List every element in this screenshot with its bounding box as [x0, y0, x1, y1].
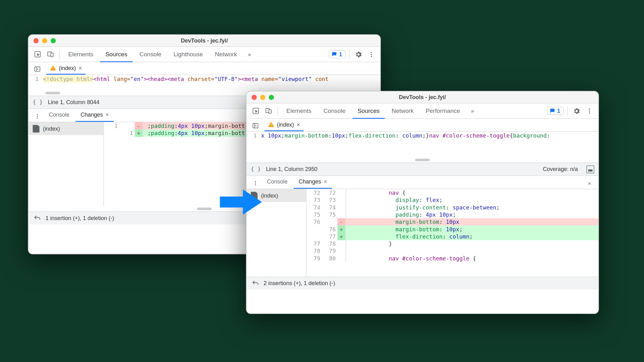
- revert-icon[interactable]: [33, 214, 41, 222]
- file-tabstrip: (index) ×: [247, 119, 599, 132]
- device-toggle-icon[interactable]: [263, 105, 274, 117]
- svg-point-15: [589, 108, 590, 109]
- source-editor[interactable]: 1 x 10px;margin-bottom:10px;flex-directi…: [247, 132, 599, 157]
- changes-panel: (index) 7272nav {7373 display: flex;7474…: [247, 189, 599, 277]
- tab-performance[interactable]: Performance: [421, 103, 465, 118]
- tab-elements[interactable]: Elements: [281, 103, 317, 118]
- h-scrollbar[interactable]: [247, 158, 599, 163]
- line-number: 1: [28, 75, 41, 83]
- more-tabs-icon[interactable]: »: [467, 105, 478, 117]
- diff-summary-bar: 2 insertions (+), 1 deletion (-): [247, 277, 599, 289]
- svg-rect-14: [268, 110, 271, 113]
- diff-row: 7879: [307, 248, 599, 255]
- inspect-icon[interactable]: [250, 105, 261, 117]
- drawer-tabstrip: Console Changes × ×: [247, 175, 599, 189]
- revert-icon[interactable]: [252, 279, 259, 287]
- navigator-toggle-icon[interactable]: [250, 120, 261, 131]
- diff-row: 77+ flex-direction: column;: [307, 233, 599, 240]
- close-icon[interactable]: ×: [105, 111, 109, 118]
- cursor-position: Line 1, Column 8044: [48, 99, 100, 106]
- tab-console[interactable]: Console: [134, 47, 166, 62]
- drawer-tab-changes[interactable]: Changes ×: [294, 175, 332, 189]
- close-drawer-icon[interactable]: ×: [584, 178, 595, 189]
- arrow-icon: [220, 187, 262, 217]
- file-name: (index): [43, 125, 60, 132]
- svg-point-3: [371, 52, 372, 53]
- issues-chip[interactable]: 1: [329, 50, 346, 58]
- line-number: 1: [247, 132, 259, 140]
- file-tabstrip: (index) ×: [28, 62, 381, 75]
- gear-icon[interactable]: [353, 49, 364, 60]
- titlebar: DevTools - jec.fyi/: [28, 35, 381, 47]
- tab-sources[interactable]: Sources: [352, 103, 385, 118]
- issues-count: 1: [557, 108, 560, 114]
- tab-elements[interactable]: Elements: [63, 47, 99, 62]
- diff-row: 7373 display: flex;: [307, 196, 599, 204]
- diff-row: 7474 justify-content: space-between;: [307, 204, 599, 211]
- tab-console[interactable]: Console: [318, 103, 350, 118]
- main-tabstrip: Elements Sources Console Lighthouse Netw…: [28, 47, 381, 62]
- close-icon[interactable]: ×: [324, 178, 327, 185]
- list-item[interactable]: (index): [28, 122, 104, 135]
- issues-count: 1: [339, 51, 342, 58]
- status-bar: { } Line 1, Column 2950 Coverage: n/a: [247, 163, 599, 175]
- svg-point-10: [37, 116, 38, 117]
- window-title: DevTools - jec.fyi/: [28, 37, 381, 44]
- svg-rect-7: [53, 67, 54, 68]
- devtools-window-after: DevTools - jec.fyi/ Elements Console Sou…: [246, 91, 599, 314]
- svg-rect-20: [271, 126, 272, 126]
- source-editor[interactable]: 1 <!doctype html><html lang="en"><head><…: [28, 75, 381, 90]
- file-tab-index[interactable]: (index) ×: [46, 63, 85, 74]
- cursor-position: Line 1, Column 2950: [266, 166, 318, 173]
- svg-point-9: [37, 114, 38, 115]
- file-icon: [33, 125, 39, 133]
- drawer-kebab-icon[interactable]: [32, 111, 43, 122]
- close-icon[interactable]: ×: [297, 121, 300, 128]
- diff-summary-text: 2 insertions (+), 1 deletion (-): [263, 280, 335, 287]
- titlebar: DevTools - jec.fyi/: [247, 91, 599, 103]
- issues-chip[interactable]: 1: [547, 107, 564, 115]
- diff-row: 76+ margin-bottom: 10px;: [307, 226, 599, 233]
- tab-sources[interactable]: Sources: [100, 47, 132, 62]
- navigator-toggle-icon[interactable]: [32, 63, 43, 75]
- svg-point-5: [371, 56, 372, 57]
- diff-row: 76- margin-bottom: 10px: [307, 218, 599, 225]
- svg-rect-2: [50, 53, 53, 57]
- tab-network[interactable]: Network: [386, 103, 419, 118]
- main-tabstrip: Elements Console Sources Network Perform…: [247, 103, 599, 119]
- code-line: x 10px;margin-bottom:10px;flex-direction…: [259, 132, 552, 140]
- gear-icon[interactable]: [571, 105, 582, 117]
- kebab-icon[interactable]: [366, 49, 377, 60]
- inspect-icon[interactable]: [32, 49, 43, 60]
- svg-rect-19: [271, 123, 272, 125]
- diff-row: 7778}: [307, 240, 599, 247]
- file-tab-label: (index): [59, 64, 76, 71]
- window-title: DevTools - jec.fyi/: [247, 94, 599, 100]
- kebab-icon[interactable]: [584, 105, 595, 117]
- pretty-print-icon[interactable]: { }: [33, 99, 43, 106]
- svg-point-4: [371, 54, 372, 55]
- diff-row: 7575 padding: 4px 10px;: [307, 211, 599, 218]
- svg-point-22: [255, 183, 256, 184]
- changed-files-list: (index): [28, 122, 104, 206]
- pretty-print-icon[interactable]: { }: [251, 166, 261, 173]
- svg-point-11: [37, 118, 38, 118]
- device-toggle-icon[interactable]: [45, 49, 56, 60]
- file-tab-index[interactable]: (index) ×: [264, 119, 304, 131]
- close-icon[interactable]: ×: [79, 64, 82, 71]
- svg-point-23: [255, 184, 256, 185]
- drawer-tab-console[interactable]: Console: [44, 108, 74, 122]
- file-tab-label: (index): [277, 121, 294, 128]
- tab-lighthouse[interactable]: Lighthouse: [168, 47, 208, 62]
- coverage-icon[interactable]: [586, 165, 594, 173]
- more-tabs-icon[interactable]: »: [244, 49, 255, 60]
- tab-network[interactable]: Network: [210, 47, 242, 62]
- drawer-tab-console[interactable]: Console: [262, 175, 293, 189]
- code-line: <!doctype html><html lang="en"><head><me…: [41, 75, 330, 83]
- warning-icon: [268, 121, 274, 128]
- diff-summary-text: 1 insertion (+), 1 deletion (-): [45, 215, 114, 221]
- coverage-label: Coverage: n/a: [543, 166, 578, 173]
- diff-row: 7272nav {: [307, 189, 599, 196]
- drawer-tab-changes[interactable]: Changes ×: [75, 108, 114, 122]
- diff-view[interactable]: 7272nav {7373 display: flex;7474 justify…: [307, 189, 599, 277]
